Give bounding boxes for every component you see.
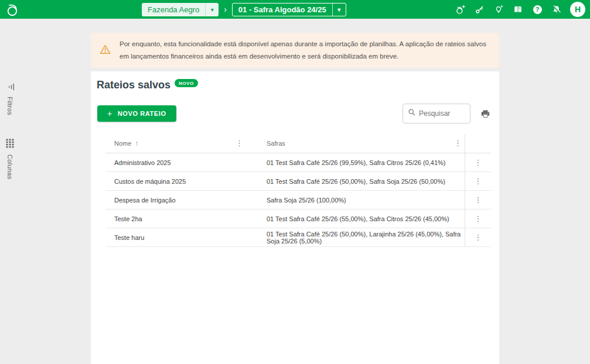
cell-safras: 01 Test Safra Café 25/26 (50,00%), Laraj…: [246, 228, 465, 246]
filter-icon: [5, 83, 16, 91]
column-header-nome[interactable]: Nome ↑ ⋮: [105, 134, 246, 153]
column-header-safras-label: Safras: [267, 140, 285, 147]
side-tab-filtros[interactable]: Filtros: [3, 81, 17, 115]
sort-asc-icon[interactable]: ↑: [135, 139, 138, 147]
help-icon[interactable]: ?: [531, 4, 543, 15]
side-tab-colunas[interactable]: Colunas: [3, 139, 17, 179]
row-menu-icon[interactable]: ⋮: [473, 160, 484, 166]
cell-actions: ⋮: [465, 191, 491, 209]
cell-actions: ⋮: [465, 172, 491, 190]
side-tab-colunas-label: Colunas: [6, 154, 13, 179]
banner-message: Por enquanto, esta funcionalidade está d…: [120, 38, 490, 63]
row-menu-icon[interactable]: ⋮: [473, 235, 484, 241]
title-row: Rateios salvos NOVO: [91, 71, 499, 91]
warning-triangle-icon: [99, 43, 111, 58]
cell-actions: ⋮: [465, 153, 491, 171]
cell-nome: Custos de máquina 2025: [105, 172, 246, 190]
help-glyph: ?: [533, 5, 542, 14]
table-body: Administrativo 2025 01 Test Safra Café 2…: [105, 153, 491, 247]
side-tab-filtros-label: Filtros: [6, 97, 13, 115]
cell-safras: 01 Test Safra Café 25/26 (99,59%), Safra…: [246, 153, 465, 171]
cell-actions: ⋮: [465, 210, 491, 228]
search-input[interactable]: [419, 109, 466, 118]
notifications-off-icon[interactable]: [551, 4, 562, 15]
column-menu-icon[interactable]: ⋮: [452, 140, 463, 146]
breadcrumb: Fazenda Aegro ▾ › 01 - Safra Algodão 24/…: [142, 0, 346, 19]
column-header-nome-label: Nome: [114, 140, 131, 147]
print-icon[interactable]: [479, 108, 491, 119]
table-row[interactable]: Teste haru 01 Test Safra Café 25/26 (50,…: [105, 228, 491, 247]
plus-icon: +: [107, 109, 112, 118]
farm-selector[interactable]: Fazenda Aegro ▾: [142, 3, 219, 16]
top-header-bar: Fazenda Aegro ▾ › 01 - Safra Algodão 24/…: [0, 0, 590, 19]
user-avatar[interactable]: H: [570, 2, 585, 17]
harvest-selector[interactable]: 01 - Safra Algodão 24/25 ▾: [232, 3, 346, 16]
table-row[interactable]: Despesa de Irrigação Safra Soja 25/26 (1…: [105, 191, 491, 210]
new-rateio-button[interactable]: + NOVO RATEIO: [97, 105, 176, 122]
column-header-safras[interactable]: Safras ⋮: [246, 134, 465, 153]
page-title: Rateios salvos: [97, 79, 170, 91]
cell-safras: 01 Test Safra Café 25/26 (55,00%), Safra…: [246, 210, 465, 228]
farm-selector-label: Fazenda Aegro: [142, 3, 205, 16]
info-banner: Por enquanto, esta funcionalidade está d…: [91, 33, 499, 68]
cell-nome: Administrativo 2025: [105, 153, 246, 171]
aegro-logo-icon[interactable]: [5, 2, 21, 18]
harvest-selector-label: 01 - Safra Algodão 24/25: [233, 4, 332, 16]
cell-nome: Teste haru: [105, 228, 246, 246]
key-icon[interactable]: [473, 4, 485, 15]
cell-nome: Despesa de Irrigação: [105, 191, 246, 209]
table-header-row: Nome ↑ ⋮ Safras ⋮: [105, 134, 491, 153]
chevron-down-icon[interactable]: ▾: [205, 3, 219, 16]
idea-bulb-icon[interactable]: [493, 4, 504, 15]
breadcrumb-separator: ›: [224, 5, 227, 14]
knowledge-book-icon[interactable]: [512, 4, 524, 15]
columns-grid-icon: [6, 139, 14, 150]
row-menu-icon[interactable]: ⋮: [473, 216, 484, 222]
cell-actions: ⋮: [465, 228, 491, 246]
cell-nome: Teste 2ha: [105, 210, 246, 228]
rateios-table: Nome ↑ ⋮ Safras ⋮ Administrativo 2025 01…: [105, 134, 491, 247]
table-row[interactable]: Administrativo 2025 01 Test Safra Café 2…: [105, 153, 491, 172]
table-row[interactable]: Teste 2ha 01 Test Safra Café 25/26 (55,0…: [105, 210, 491, 228]
row-menu-icon[interactable]: ⋮: [473, 178, 484, 184]
add-farm-icon[interactable]: [454, 4, 466, 15]
toolbar: + NOVO RATEIO: [97, 104, 491, 123]
rateios-card: Rateios salvos NOVO + NOVO RATEIO: [91, 71, 499, 364]
header-icon-group: ? H: [454, 0, 585, 19]
chevron-down-icon[interactable]: ▾: [332, 4, 346, 16]
row-menu-icon[interactable]: ⋮: [473, 197, 484, 203]
table-row[interactable]: Custos de máquina 2025 01 Test Safra Caf…: [105, 172, 491, 191]
cell-safras: 01 Test Safra Café 25/26 (50,00%), Safra…: [246, 172, 465, 190]
novo-badge: NOVO: [175, 79, 198, 87]
search-icon: [408, 108, 416, 119]
new-rateio-button-label: NOVO RATEIO: [118, 110, 166, 117]
toolbar-right: [403, 104, 491, 123]
column-menu-icon[interactable]: ⋮: [234, 140, 245, 146]
cell-safras: Safra Soja 25/26 (100,00%): [246, 191, 465, 209]
column-header-actions: [465, 134, 491, 153]
search-box[interactable]: [403, 104, 470, 123]
